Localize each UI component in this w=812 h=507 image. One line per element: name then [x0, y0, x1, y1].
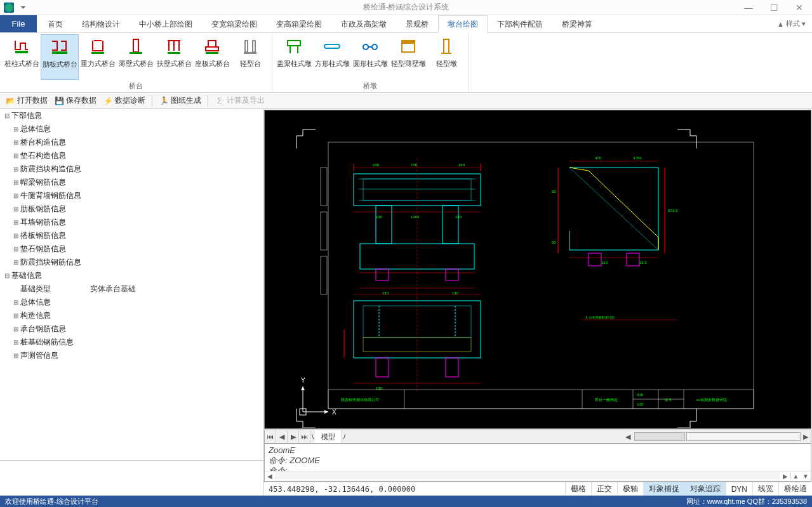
tree-row-17[interactable]: ⊞桩基础钢筋信息 [0, 336, 263, 349]
open-data-button[interactable]: 📂打开数据 [3, 94, 50, 107]
ribbon-button-0-6[interactable]: 轻型台 [231, 34, 269, 80]
ribbon-button-0-4[interactable]: 扶壁式桥台 [155, 34, 193, 80]
ribbon-button-0-2[interactable]: 重力式桥台 [79, 34, 117, 80]
ribbon-tab-8[interactable]: 下部构件配筋 [488, 15, 552, 32]
expand-icon[interactable]: ⊞ [11, 206, 20, 213]
tree-row-12[interactable]: ⊟基础信息 [0, 269, 263, 282]
status-toggle-2[interactable]: 极轴 [617, 482, 643, 496]
ribbon-tab-5[interactable]: 市政及高架墩 [331, 15, 396, 32]
hscroll-thumb[interactable] [634, 432, 685, 441]
cmd-scroll-right[interactable]: ▶ [780, 473, 790, 480]
ribbon-button-1-3[interactable]: 轻型薄壁墩 [389, 34, 427, 80]
tree-row-5[interactable]: ⊞帽梁钢筋信息 [0, 176, 263, 189]
ribbon-tab-2[interactable]: 中小桥上部绘图 [130, 15, 202, 32]
ribbon-button-0-5[interactable]: 座板式桥台 [193, 34, 231, 80]
expand-icon[interactable]: ⊞ [11, 259, 20, 266]
tree-row-14[interactable]: ⊞总体信息 [0, 296, 263, 309]
cmd-scroll-left[interactable]: ◀ [265, 473, 275, 480]
cmd-scroll-down[interactable]: ▼ [801, 473, 811, 480]
ribbon-button-1-2[interactable]: 圆形柱式墩 [351, 34, 389, 80]
data-diag-button[interactable]: ⚡数据诊断 [100, 94, 148, 107]
tree-row-8[interactable]: ⊞耳墙钢筋信息 [0, 216, 263, 229]
tree-row-9[interactable]: ⊞搭板钢筋信息 [0, 229, 263, 242]
ribbon-tab-0[interactable]: 首页 [38, 15, 72, 32]
cad-viewport[interactable]: 240 700 240 130 1200 130 [264, 110, 811, 429]
style-menu[interactable]: ▲ 样式 ▾ [771, 15, 812, 32]
cmd-scroll-track[interactable] [275, 472, 780, 481]
tab-nav-next[interactable]: ▶ [288, 430, 299, 443]
status-toggle-5[interactable]: DYN [726, 482, 752, 496]
status-toggle-4[interactable]: 对象追踪 [684, 482, 726, 496]
ribbon-button-0-0[interactable]: 桩柱式桥台 [3, 34, 41, 80]
tab-nav-first[interactable]: ⏮ [265, 430, 276, 443]
collapse-icon[interactable]: ⊟ [3, 272, 11, 279]
tab-nav-prev[interactable]: ◀ [276, 430, 288, 443]
svg-rect-5 [168, 52, 180, 54]
tree-row-3[interactable]: ⊞垫石构造信息 [0, 149, 263, 162]
tree-row-7[interactable]: ⊞肋板钢筋信息 [0, 202, 263, 216]
tree-row-1[interactable]: ⊞总体信息 [0, 122, 263, 136]
ribbon-tab-9[interactable]: 桥梁神算 [552, 15, 602, 32]
minimize-button[interactable]: — [736, 0, 761, 15]
collapse-icon[interactable]: ⊟ [3, 112, 11, 119]
property-tree[interactable]: ⊟下部信息⊞总体信息⊞桥台构造信息⊞垫石构造信息⊞防震挡块构造信息⊞帽梁钢筋信息… [0, 109, 263, 460]
file-tab[interactable]: File [0, 15, 37, 32]
property-input-area[interactable] [0, 460, 263, 496]
expand-icon[interactable]: ⊞ [11, 126, 20, 133]
ribbon-tab-7[interactable]: 墩台绘图 [438, 15, 488, 33]
footer-welcome: 欢迎使用桥绘通-综合设计平台 [5, 497, 98, 506]
svg-rect-0 [15, 51, 28, 53]
expand-icon[interactable]: ⊞ [11, 246, 20, 253]
tree-row-0[interactable]: ⊟下部信息 [0, 109, 263, 122]
expand-icon[interactable]: ⊞ [11, 152, 20, 159]
qat-dropdown[interactable]: ⏷ [18, 4, 29, 11]
hscroll-left[interactable]: ◀ [623, 433, 633, 441]
ribbon-button-1-4[interactable]: 轻型墩 [427, 34, 465, 80]
expand-icon[interactable]: ⊞ [11, 166, 20, 173]
status-toggle-3[interactable]: 对象捕捉 [643, 482, 684, 496]
hscroll-right[interactable]: ▶ [801, 433, 811, 441]
status-toggle-7[interactable]: 桥绘通 [778, 482, 812, 496]
expand-icon[interactable]: ⊞ [11, 179, 20, 186]
expand-icon[interactable]: ⊞ [11, 339, 20, 346]
command-window[interactable]: ZoomE 命令: ZOOME 命令: ZOOME 命令: ◀ ▶ ▲ ▼ [264, 444, 811, 482]
expand-icon[interactable]: ⊞ [11, 139, 20, 146]
tree-row-18[interactable]: ⊞声测管信息 [0, 349, 263, 362]
expand-icon[interactable]: ⊞ [11, 312, 20, 319]
model-tab[interactable]: 模型 [315, 430, 342, 443]
expand-icon[interactable]: ⊞ [11, 352, 20, 359]
status-toggle-6[interactable]: 线宽 [752, 482, 778, 496]
expand-icon[interactable]: ⊞ [11, 232, 20, 239]
expand-icon[interactable]: ⊞ [11, 299, 20, 306]
ribbon-button-0-1[interactable]: 肋板式桥台 [41, 34, 79, 80]
tree-row-16[interactable]: ⊞承台钢筋信息 [0, 322, 263, 336]
status-toggle-1[interactable]: 正交 [591, 482, 617, 496]
cmd-scroll-up[interactable]: ▲ [790, 473, 801, 480]
tree-row-2[interactable]: ⊞桥台构造信息 [0, 136, 263, 149]
tree-row-4[interactable]: ⊞防震挡块构造信息 [0, 162, 263, 176]
tree-row-11[interactable]: ⊞防震挡块钢筋信息 [0, 256, 263, 269]
ribbon-tab-4[interactable]: 变高箱梁绘图 [267, 15, 331, 32]
close-button[interactable]: ✕ [787, 0, 812, 15]
expand-icon[interactable]: ⊞ [11, 192, 20, 199]
maximize-button[interactable]: ☐ [761, 0, 787, 15]
generate-drawing-button[interactable]: 🏃图纸生成 [156, 94, 204, 107]
ribbon-tab-6[interactable]: 景观桥 [396, 15, 438, 32]
ribbon-tab-1[interactable]: 结构物设计 [72, 15, 130, 32]
tree-row-6[interactable]: ⊞牛腿背墙钢筋信息 [0, 189, 263, 202]
tree-row-10[interactable]: ⊞垫石钢筋信息 [0, 242, 263, 256]
calc-export-button[interactable]: Σ计算及导出 [212, 94, 267, 107]
save-data-button[interactable]: 💾保存数据 [51, 94, 99, 107]
tree-row-13[interactable]: 基础类型实体承台基础 [0, 282, 263, 296]
ribbon-tab-3[interactable]: 变宽箱梁绘图 [202, 15, 267, 32]
tab-nav-last[interactable]: ⏭ [299, 430, 310, 443]
ribbon-button-0-3[interactable]: 薄壁式桥台 [117, 34, 155, 80]
expand-icon[interactable]: ⊞ [11, 326, 20, 333]
ribbon-button-1-0[interactable]: 盖梁柱式墩 [275, 34, 313, 80]
svg-rect-11 [288, 41, 300, 46]
ribbon-button-1-1[interactable]: 方形柱式墩 [313, 34, 351, 80]
status-toggle-0[interactable]: 栅格 [565, 482, 591, 496]
expand-icon[interactable]: ⊞ [11, 219, 20, 226]
hscroll-track[interactable] [686, 432, 801, 441]
tree-row-15[interactable]: ⊞构造信息 [0, 309, 263, 322]
